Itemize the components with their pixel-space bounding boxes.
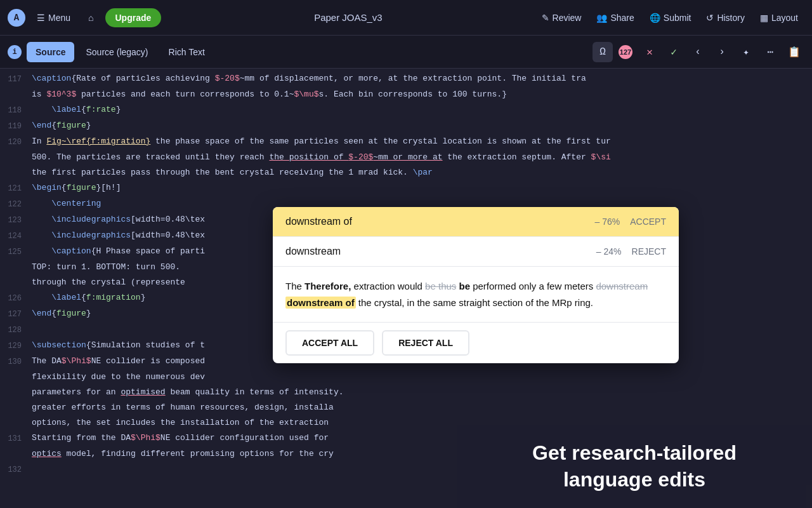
menu-button[interactable]: ☰ Menu bbox=[30, 9, 77, 27]
preview-therefore: Therefore, bbox=[304, 281, 351, 291]
preview-mid: performed only a few meters bbox=[470, 281, 596, 291]
preview-be: be bbox=[459, 281, 471, 291]
line-item: is $10^3$ particles and each turn corres… bbox=[0, 87, 812, 102]
badge: 127 bbox=[619, 45, 632, 59]
suggestion-option-1-text: downstream of bbox=[285, 216, 590, 227]
suggestion-preview: The Therefore, extraction would be thus … bbox=[273, 267, 679, 323]
home-button[interactable]: ⌂ bbox=[82, 9, 100, 27]
reject-all-button[interactable]: REJECT ALL bbox=[382, 330, 469, 356]
app-logo: A bbox=[8, 9, 25, 27]
sparkle-icon[interactable]: ✦ bbox=[736, 42, 756, 62]
menu-label: Menu bbox=[48, 13, 70, 23]
info-icon: i bbox=[12, 48, 16, 57]
line-item: 118 \label{f:rate} bbox=[0, 102, 812, 118]
tab-rich-text[interactable]: Rich Text bbox=[160, 42, 214, 62]
dots-icon[interactable]: ⋯ bbox=[760, 42, 780, 62]
home-icon: ⌂ bbox=[88, 13, 93, 23]
upgrade-button[interactable]: Upgrade bbox=[105, 8, 162, 27]
reject-button[interactable]: REJECT bbox=[632, 246, 666, 257]
editor: 117 \caption{Rate of particles achieving… bbox=[0, 69, 812, 508]
tab-rich-text-label: Rich Text bbox=[169, 47, 205, 57]
prev-arrow-icon[interactable]: ‹ bbox=[688, 42, 708, 62]
share-label: Share bbox=[610, 13, 634, 23]
suggestion-option-2-pct: – 24% bbox=[596, 246, 622, 257]
preview-the: The bbox=[285, 281, 304, 291]
preview-be-thus: be thus bbox=[425, 281, 456, 291]
upgrade-label: Upgrade bbox=[115, 13, 152, 23]
menu-icon: ☰ bbox=[37, 13, 45, 23]
share-icon: 👥 bbox=[596, 13, 607, 23]
preview-end: the crystal, in the same straight sectio… bbox=[356, 297, 593, 308]
review-button[interactable]: ✎ Review bbox=[535, 9, 588, 27]
review-icon: ✎ bbox=[542, 13, 549, 23]
line-item: 121 \begin{figure}[h!] bbox=[0, 180, 812, 196]
preview-downstream-strike: downstream bbox=[596, 281, 648, 291]
history-button[interactable]: ↺ History bbox=[700, 9, 751, 27]
accept-all-button[interactable]: ACCEPT ALL bbox=[285, 330, 374, 356]
toolbar-icons: 127 ✕ ✓ ‹ › ✦ ⋯ 📋 bbox=[615, 42, 804, 62]
line-item: greater efforts in terms of human resour… bbox=[0, 400, 812, 415]
document-title: Paper JOAS_v3 bbox=[166, 12, 530, 23]
submit-label: Submit bbox=[664, 13, 691, 23]
line-item: parameters for an optimised beam quality… bbox=[0, 385, 812, 400]
omega-icon: Ω bbox=[599, 46, 606, 58]
close-icon[interactable]: ✕ bbox=[639, 42, 660, 62]
tabbar: i Source Source (legacy) Rich Text Ω 127… bbox=[0, 36, 812, 69]
line-item: flexibility due to the numerous dev bbox=[0, 370, 812, 385]
history-label: History bbox=[717, 13, 745, 23]
info-badge: i bbox=[8, 45, 22, 59]
history-icon: ↺ bbox=[706, 13, 714, 23]
line-item: 119 \end{figure} bbox=[0, 118, 812, 134]
suggestion-option-1-pct: – 76% bbox=[595, 217, 620, 227]
layout-button[interactable]: ▦ Layout bbox=[754, 9, 804, 27]
check-icon[interactable]: ✓ bbox=[664, 42, 684, 62]
suggestion-option-2[interactable]: downstream – 24% REJECT bbox=[273, 237, 679, 267]
topbar: A ☰ Menu ⌂ Upgrade Paper JOAS_v3 ✎ Revie… bbox=[0, 0, 812, 36]
suggestion-footer: ACCEPT ALL REJECT ALL bbox=[273, 323, 679, 363]
layout-label: Layout bbox=[771, 13, 798, 23]
suggestion-option-2-text: downstream bbox=[285, 246, 591, 257]
omega-button[interactable]: Ω bbox=[593, 42, 613, 62]
tab-source[interactable]: Source bbox=[27, 42, 74, 62]
line-item: 500. The particles are tracked until the… bbox=[0, 150, 812, 165]
note-icon[interactable]: 📋 bbox=[784, 42, 804, 62]
preview-downstream-of: downstream of bbox=[285, 297, 356, 309]
tab-source-legacy[interactable]: Source (legacy) bbox=[77, 42, 157, 62]
accept-button[interactable]: ACCEPT bbox=[630, 217, 666, 227]
line-item: 117 \caption{Rate of particles achieving… bbox=[0, 71, 812, 87]
nav-right: ✎ Review 👥 Share 🌐 Submit ↺ History ▦ La… bbox=[535, 9, 804, 27]
suggestion-option-1[interactable]: downstream of – 76% ACCEPT bbox=[273, 207, 679, 237]
tab-source-legacy-label: Source (legacy) bbox=[86, 47, 148, 57]
next-arrow-icon[interactable]: › bbox=[712, 42, 732, 62]
promo-text: Get research-tailoredlanguage edits bbox=[532, 440, 737, 493]
review-label: Review bbox=[553, 13, 582, 23]
promo-banner: Get research-tailoredlanguage edits bbox=[457, 425, 812, 508]
layout-icon: ▦ bbox=[760, 13, 768, 23]
preview-extraction: extraction would bbox=[351, 281, 425, 291]
submit-icon: 🌐 bbox=[650, 13, 660, 23]
line-item: 120 In Fig~\ref{f:migration} the phase s… bbox=[0, 134, 812, 150]
suggestion-popup: downstream of – 76% ACCEPT downstream – … bbox=[273, 207, 679, 363]
submit-button[interactable]: 🌐 Submit bbox=[643, 9, 698, 27]
line-item: the first particles pass through the ben… bbox=[0, 165, 812, 180]
share-button[interactable]: 👥 Share bbox=[590, 9, 640, 27]
tab-source-label: Source bbox=[36, 47, 65, 57]
comment-count-badge[interactable]: 127 bbox=[615, 42, 636, 62]
